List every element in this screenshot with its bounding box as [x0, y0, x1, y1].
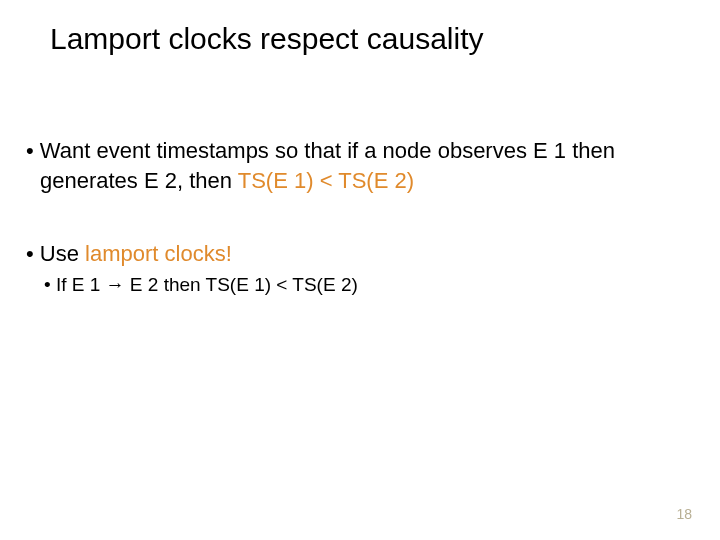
bullet-2-text: Use [40, 241, 85, 266]
page-number: 18 [676, 506, 692, 522]
bullet-list: Want event timestamps so that if a node … [20, 136, 700, 298]
slide-title: Lamport clocks respect causality [50, 22, 700, 56]
bullet-2-sub-pre: If E 1 [56, 274, 106, 295]
arrow-icon: → [106, 274, 125, 295]
slide: Lamport clocks respect causality Want ev… [0, 0, 720, 540]
bullet-item-2: Use lamport clocks! [20, 239, 700, 269]
bullet-1-accent: TS(E 1) < TS(E 2) [238, 168, 414, 193]
bullet-item-2-sub: If E 1 → E 2 then TS(E 1) < TS(E 2) [20, 273, 700, 298]
bullet-2-accent: lamport clocks! [85, 241, 232, 266]
bullet-item-1: Want event timestamps so that if a node … [20, 136, 700, 195]
bullet-2-sub-post: E 2 then TS(E 1) < TS(E 2) [125, 274, 358, 295]
